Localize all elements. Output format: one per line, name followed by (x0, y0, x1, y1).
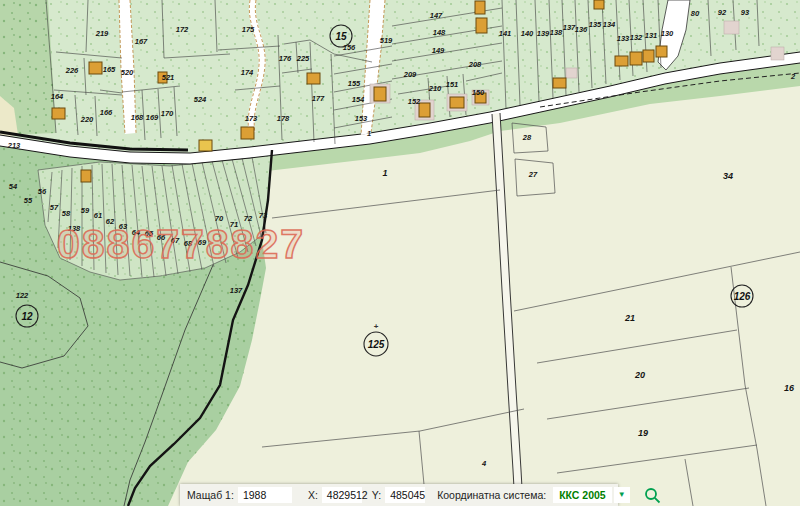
parcel-label: 153 (355, 114, 368, 123)
tree-marker: + (374, 322, 379, 331)
parcel-label: 138 (550, 28, 563, 37)
parcel-label: 147 (430, 11, 443, 20)
building (450, 97, 464, 108)
outbuilding (771, 47, 784, 60)
parcel-label: 59 (81, 206, 90, 215)
building (553, 78, 566, 88)
parcel-label: 130 (661, 29, 674, 38)
building (419, 103, 430, 117)
statusbar: Мащаб 1: 1988 X: 4829512 Y: 485045 Коорд… (180, 484, 618, 506)
parcel-label: 150 (472, 88, 485, 97)
building (89, 62, 102, 74)
building (307, 73, 320, 84)
map-viewer-window: 2191671721752261655205211641662201681691… (0, 0, 800, 506)
parcel-label: 132 (630, 33, 643, 42)
parcel-label: 519 (380, 36, 393, 45)
region-marker-number: 125 (368, 339, 385, 350)
parcel-label: 19 (638, 428, 648, 438)
parcel-label: 166 (100, 108, 113, 117)
search-icon (644, 487, 661, 504)
parcel-label: 175 (242, 25, 255, 34)
road-label: 213 (7, 141, 21, 150)
parcel-label: 176 (279, 54, 292, 63)
parcel-label: 209 (403, 70, 417, 79)
parcel-label: 93 (741, 8, 750, 17)
parcel-label: 92 (718, 8, 727, 17)
building (52, 108, 65, 119)
building (476, 18, 487, 33)
parcel-label: 219 (95, 29, 109, 38)
parcel-label: 149 (432, 46, 445, 55)
parcel-label: 134 (603, 20, 616, 29)
parcel-label: 165 (103, 65, 116, 74)
parcel-label: 178 (277, 114, 290, 123)
parcel-label: 169 (146, 113, 159, 122)
parcel-label: 173 (245, 114, 258, 123)
parcel-label: 210 (428, 84, 442, 93)
building (475, 1, 485, 14)
parcel-label: 154 (352, 95, 365, 104)
parcel-label: 177 (312, 94, 325, 103)
parcel-label: 136 (575, 25, 588, 34)
watermark-text: 0886778827 (57, 221, 305, 267)
parcel-label: 20 (634, 370, 645, 380)
parcel-label: 21 (624, 313, 635, 323)
scale-input[interactable]: 1988 (238, 487, 292, 503)
x-coordinate-value[interactable]: 4829512 (322, 487, 362, 503)
search-button[interactable] (644, 487, 661, 504)
chevron-down-icon[interactable]: ▼ (614, 487, 630, 503)
parcel-label: 220 (80, 115, 94, 124)
parcel-label: 56 (38, 187, 47, 196)
region-marker-number: 126 (734, 291, 751, 302)
parcel-label: 164 (51, 92, 64, 101)
parcel-label: 16 (784, 383, 795, 393)
parcel-label: 131 (645, 31, 658, 40)
parcel-label: 137 (230, 286, 243, 295)
parcel-label: 122 (16, 291, 29, 300)
building (199, 140, 212, 151)
y-coordinate-label: Y: (372, 489, 381, 501)
road-label: 1 (367, 129, 371, 138)
parcel-label: 520 (121, 68, 134, 77)
parcel-label: 170 (161, 109, 174, 118)
parcel-label: 27 (528, 170, 538, 179)
x-coordinate-label: X: (308, 489, 318, 501)
road-label: 2 (790, 72, 796, 81)
parcel-label: 152 (408, 97, 421, 106)
parcel-label: 524 (194, 95, 207, 104)
parcel-label: 34 (723, 171, 733, 181)
parcel-label: 140 (521, 29, 534, 38)
parcel-label: 226 (65, 66, 79, 75)
building (630, 52, 642, 65)
scale-label: Мащаб 1: (187, 489, 234, 501)
parcel-label: 80 (691, 9, 700, 18)
parcel-label: 55 (24, 196, 33, 205)
parcel-label: 28 (522, 133, 532, 142)
parcel-label: 148 (433, 28, 446, 37)
parcel-label: 57 (50, 203, 59, 212)
parcel-label: 133 (617, 34, 630, 43)
region-marker-number: 15 (335, 31, 347, 42)
parcel-label: 54 (9, 182, 18, 191)
parcel-label: 1 (382, 168, 387, 178)
crs-label: Координатна система: (437, 489, 546, 501)
y-coordinate-value[interactable]: 485045 (385, 487, 425, 503)
parcel-label: 58 (62, 209, 71, 218)
building (656, 46, 667, 57)
parcel-label: 141 (499, 29, 512, 38)
watermark: 0886778827 (57, 221, 305, 267)
cadastral-map[interactable]: 2191671721752261655205211641662201681691… (0, 0, 800, 506)
building (81, 170, 91, 182)
parcel-label: 521 (162, 73, 175, 82)
outbuilding (724, 21, 739, 34)
parcel-label: 225 (296, 54, 310, 63)
parcel-label: 139 (537, 29, 550, 38)
outbuilding (566, 68, 577, 78)
parcel-label: 4 (481, 459, 487, 468)
parcel-label: 151 (446, 80, 459, 89)
parcel-label: 155 (348, 79, 361, 88)
crs-select[interactable]: ККС 2005 (553, 487, 612, 503)
building (643, 50, 654, 62)
building (594, 0, 604, 9)
building (241, 127, 254, 139)
